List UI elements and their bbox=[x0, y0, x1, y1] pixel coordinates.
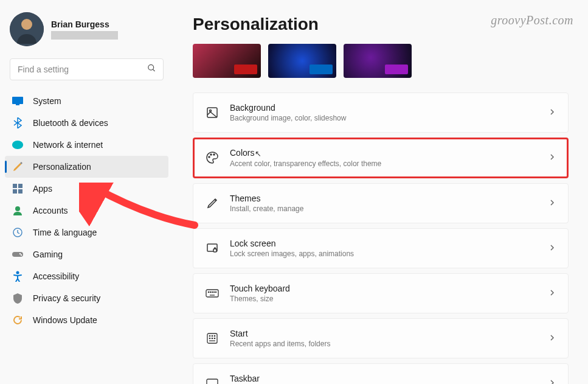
svg-point-28 bbox=[215, 291, 216, 292]
svg-rect-4 bbox=[12, 97, 23, 104]
sidebar-item-label: Gaming bbox=[33, 250, 63, 259]
watermark: groovyPost.com bbox=[491, 13, 573, 27]
accounts-icon bbox=[12, 205, 23, 216]
card-title: Start bbox=[230, 329, 538, 338]
sidebar-item-label: Time & language bbox=[33, 228, 97, 237]
svg-point-14 bbox=[21, 254, 22, 256]
svg-rect-22 bbox=[213, 249, 216, 252]
sidebar-item-label: Accounts bbox=[33, 206, 68, 215]
apps-icon bbox=[12, 183, 23, 194]
profile-email-redacted bbox=[51, 31, 118, 40]
card-subtitle: Themes, size bbox=[230, 295, 538, 303]
svg-point-2 bbox=[148, 65, 154, 70]
svg-point-19 bbox=[210, 154, 212, 155]
sidebar-item-time[interactable]: Time & language bbox=[5, 222, 168, 243]
theme-previews bbox=[193, 44, 569, 78]
card-subtitle: Background image, color, slideshow bbox=[230, 114, 538, 122]
bluetooth-icon bbox=[12, 117, 23, 128]
theme-tile[interactable] bbox=[193, 44, 261, 78]
svg-line-3 bbox=[153, 69, 154, 71]
avatar bbox=[10, 12, 44, 46]
search-icon bbox=[147, 64, 156, 75]
card-title: Taskbar bbox=[230, 374, 538, 383]
svg-point-24 bbox=[208, 291, 209, 292]
svg-point-36 bbox=[214, 338, 215, 338]
sidebar-item-label: Bluetooth & devices bbox=[33, 118, 108, 128]
chevron-right-icon bbox=[548, 107, 556, 118]
background-icon bbox=[206, 106, 219, 119]
search-input[interactable] bbox=[10, 58, 164, 80]
svg-point-34 bbox=[209, 338, 210, 338]
sidebar-item-privacy[interactable]: Privacy & security bbox=[5, 287, 168, 309]
sidebar-item-personalization[interactable]: Personalization bbox=[5, 156, 168, 178]
sidebar-item-label: System bbox=[33, 96, 61, 106]
chevron-right-icon bbox=[548, 378, 556, 384]
card-background[interactable]: Background Background image, color, slid… bbox=[193, 93, 569, 133]
svg-rect-5 bbox=[16, 104, 19, 105]
svg-rect-8 bbox=[13, 189, 17, 194]
card-title: Themes bbox=[230, 194, 538, 203]
personalization-icon bbox=[12, 161, 23, 172]
sidebar-item-bluetooth[interactable]: Bluetooth & devices bbox=[5, 112, 168, 134]
update-icon bbox=[12, 315, 23, 326]
theme-tile[interactable] bbox=[268, 44, 336, 78]
svg-point-33 bbox=[214, 335, 215, 336]
sidebar-item-update[interactable]: Windows Update bbox=[5, 309, 168, 331]
card-title: Lock screen bbox=[230, 239, 538, 248]
svg-point-25 bbox=[210, 291, 210, 292]
themes-icon bbox=[206, 197, 219, 210]
lock-screen-icon bbox=[206, 242, 219, 255]
cursor-icon: ↖ bbox=[255, 149, 261, 158]
svg-point-32 bbox=[212, 335, 212, 336]
svg-rect-23 bbox=[206, 290, 218, 297]
svg-point-13 bbox=[19, 253, 21, 254]
sidebar-item-accessibility[interactable]: Accessibility bbox=[5, 265, 168, 287]
gaming-icon bbox=[12, 249, 23, 260]
sidebar-item-accounts[interactable]: Accounts bbox=[5, 200, 168, 222]
card-taskbar[interactable]: Taskbar Taskbar behaviors, system pins bbox=[193, 363, 569, 384]
svg-rect-7 bbox=[18, 184, 22, 188]
svg-point-31 bbox=[209, 335, 210, 336]
theme-tile[interactable] bbox=[344, 44, 412, 78]
chevron-right-icon bbox=[548, 333, 556, 344]
sidebar-item-label: Accessibility bbox=[33, 271, 79, 281]
card-lock-screen[interactable]: Lock screen Lock screen images, apps, an… bbox=[193, 228, 569, 268]
card-subtitle: Lock screen images, apps, animations bbox=[230, 250, 538, 258]
sidebar-item-label: Apps bbox=[33, 184, 52, 194]
sidebar-item-label: Personalization bbox=[33, 162, 91, 172]
sidebar-item-label: Windows Update bbox=[33, 315, 97, 325]
card-themes[interactable]: Themes Install, create, manage bbox=[193, 183, 569, 223]
svg-point-35 bbox=[212, 338, 212, 338]
start-icon bbox=[206, 332, 219, 345]
sidebar-item-system[interactable]: System bbox=[5, 90, 168, 112]
system-icon bbox=[12, 96, 23, 106]
svg-rect-9 bbox=[18, 189, 22, 194]
colors-icon bbox=[206, 151, 219, 164]
svg-point-27 bbox=[213, 291, 214, 292]
chevron-right-icon bbox=[548, 198, 556, 209]
card-title: Touch keyboard bbox=[230, 284, 538, 293]
card-subtitle: Recent apps and items, folders bbox=[230, 340, 538, 348]
card-touch-keyboard[interactable]: Touch keyboard Themes, size bbox=[193, 273, 569, 313]
sidebar-item-network[interactable]: Network & internet bbox=[5, 134, 168, 156]
time-icon bbox=[12, 227, 23, 238]
chevron-right-icon bbox=[548, 288, 556, 299]
card-subtitle: Accent color, transparency effects, colo… bbox=[230, 159, 538, 168]
svg-point-1 bbox=[21, 19, 32, 30]
sidebar-item-apps[interactable]: Apps bbox=[5, 178, 168, 200]
taskbar-icon bbox=[206, 377, 219, 384]
sidebar-item-gaming[interactable]: Gaming bbox=[5, 243, 168, 265]
sidebar-item-label: Privacy & security bbox=[33, 293, 100, 303]
profile-name: Brian Burgess bbox=[51, 19, 118, 29]
svg-point-26 bbox=[212, 291, 212, 292]
card-colors[interactable]: Colors↖ Accent color, transparency effec… bbox=[193, 138, 569, 178]
chevron-right-icon bbox=[548, 152, 556, 163]
accessibility-icon bbox=[12, 271, 23, 282]
user-profile[interactable]: Brian Burgess bbox=[5, 10, 168, 54]
svg-point-10 bbox=[15, 206, 20, 211]
card-subtitle: Install, create, manage bbox=[230, 204, 538, 213]
card-start[interactable]: Start Recent apps and items, folders bbox=[193, 318, 569, 358]
svg-point-18 bbox=[209, 156, 210, 158]
card-title: Colors↖ bbox=[230, 148, 538, 158]
chevron-right-icon bbox=[548, 243, 556, 254]
